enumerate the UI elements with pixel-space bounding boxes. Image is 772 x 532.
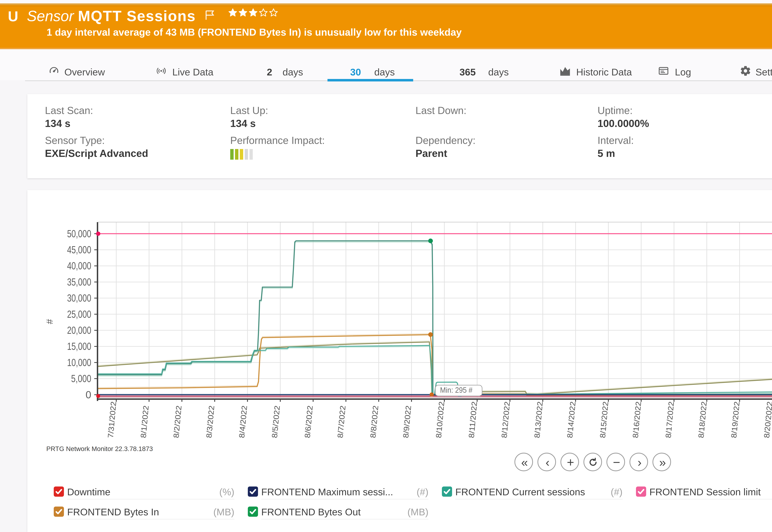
svg-text:40,000: 40,000 [67,260,91,271]
svg-text:15,000: 15,000 [67,341,91,352]
svg-text:8/19/2022: 8/19/2022 [729,401,741,438]
svg-text:20,000: 20,000 [67,325,91,336]
svg-text:8/12/2022: 8/12/2022 [500,401,511,438]
svg-text:8/18/2022: 8/18/2022 [697,401,708,438]
svg-text:0: 0 [85,389,91,400]
svg-text:45,000: 45,000 [67,244,91,255]
svg-text:8/13/2022: 8/13/2022 [533,401,544,438]
svg-text:8/9/2022: 8/9/2022 [401,405,413,438]
svg-text:8/14/2022: 8/14/2022 [565,401,577,438]
svg-text:30,000: 30,000 [67,292,91,304]
svg-text:Min: 295 #: Min: 295 # [440,386,472,394]
svg-text:8/20/2022: 8/20/2022 [762,401,772,438]
svg-text:5,000: 5,000 [71,373,91,384]
svg-text:10,000: 10,000 [67,357,91,368]
svg-text:7/31/2022: 7/31/2022 [106,401,118,438]
svg-text:8/4/2022: 8/4/2022 [237,405,249,438]
svg-text:8/2/2022: 8/2/2022 [172,405,183,438]
svg-text:#: # [44,319,55,324]
svg-text:8/15/2022: 8/15/2022 [598,401,610,438]
svg-text:8/1/2022: 8/1/2022 [139,405,150,438]
svg-text:8/8/2022: 8/8/2022 [369,405,380,438]
svg-text:50,000: 50,000 [67,228,91,239]
svg-text:8/17/2022: 8/17/2022 [664,401,675,438]
svg-text:8/3/2022: 8/3/2022 [205,405,216,438]
svg-text:8/11/2022: 8/11/2022 [467,401,478,438]
svg-text:8/6/2022: 8/6/2022 [303,405,314,438]
svg-text:8/16/2022: 8/16/2022 [631,401,643,438]
svg-text:8/7/2022: 8/7/2022 [336,405,347,438]
svg-text:8/5/2022: 8/5/2022 [270,405,281,438]
svg-text:35,000: 35,000 [67,276,91,288]
svg-text:25,000: 25,000 [67,308,91,320]
svg-text:8/10/2022: 8/10/2022 [434,401,446,438]
